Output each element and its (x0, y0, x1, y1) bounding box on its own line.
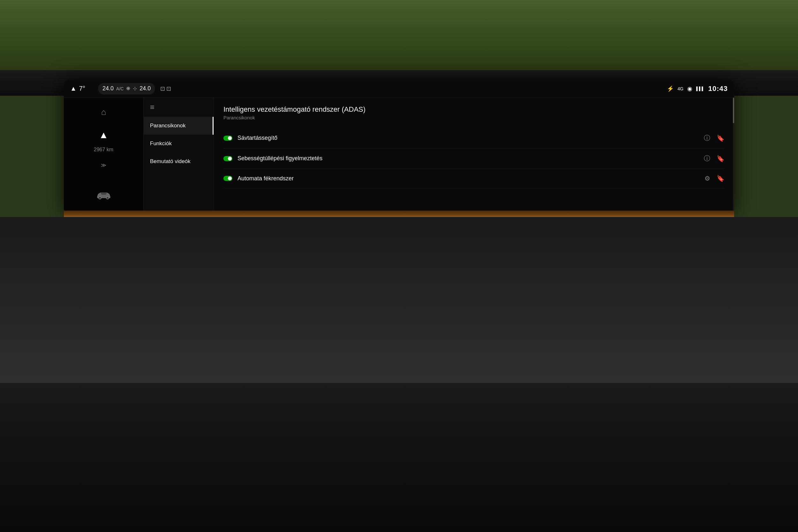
navigation-panel: ⌂ ▲ 2967 km ≫ (64, 98, 144, 214)
sidebar-item-demo-videos[interactable]: Bemutató videók (144, 153, 213, 170)
ac-label: A/C (116, 86, 124, 91)
nav-direction-triangle: ▲ (99, 130, 109, 140)
current-time: 10:43 (708, 84, 728, 93)
climate-temp-left: 24.0 (102, 85, 114, 92)
feature-row-lane-assist: Sávtartássegítő ⓘ 🔖 (224, 128, 725, 148)
sidebar-functions-label: Funkciók (150, 140, 172, 147)
infotainment-screen: ▲ 7° 24.0 A/C ❋ ⊹ 24.0 ⊡ ⊡ ⚡ 4G ◉ ▌▌▌ 10… (64, 80, 734, 214)
speed-warning-info-icon[interactable]: ⓘ (704, 154, 710, 163)
svg-point-0 (99, 196, 101, 199)
status-right-group: ⚡ 4G ◉ ▌▌▌ 10:43 (667, 84, 728, 93)
climate-left-box[interactable]: 24.0 A/C ❋ ⊹ 24.0 (98, 83, 155, 94)
home-icon: ⌂ (101, 107, 106, 117)
speed-warning-label: Sebességtúllépési figyelmeztetés (238, 155, 704, 162)
fan-icon: ❋ (126, 86, 130, 92)
seat-heat-right-icon: ⊡ (166, 85, 171, 92)
hamburger-menu-icon[interactable]: ≡ (144, 98, 213, 117)
signal-strength-icon: ▌▌▌ (696, 87, 704, 91)
auto-brake-settings-icon[interactable]: ⚙ (704, 175, 710, 182)
content-subtitle: Parancsikonok (224, 115, 725, 120)
wind-mode-icon: ⊹ (133, 86, 137, 92)
lane-assist-bookmark-icon[interactable]: 🔖 (717, 134, 725, 142)
lane-assist-toggle[interactable] (224, 136, 232, 141)
background-top (0, 0, 798, 70)
scrollbar-thumb[interactable] (733, 98, 734, 123)
bluetooth-icon: ⚡ (667, 85, 674, 92)
speed-warning-toggle[interactable] (224, 156, 232, 161)
sidebar-shortcuts-label: Parancsikonok (150, 122, 186, 129)
lower-dashboard (0, 383, 798, 532)
lane-assist-label: Sávtartássegítő (238, 135, 704, 141)
lane-assist-info-icon[interactable]: ⓘ (704, 134, 710, 142)
auto-brake-toggle[interactable] (224, 176, 232, 181)
navigation-distance: 2967 km (94, 147, 113, 153)
seat-heat-left-icon: ⊡ (160, 85, 165, 92)
seat-heat-group: ⊡ ⊡ (160, 85, 171, 92)
sidebar-item-shortcuts[interactable]: Parancsikonok (144, 117, 213, 135)
feature-row-speed-warning: Sebességtúllépési figyelmeztetés ⓘ 🔖 (224, 148, 725, 169)
speed-warning-bookmark-icon[interactable]: 🔖 (717, 155, 725, 163)
auto-brake-bookmark-icon[interactable]: 🔖 (717, 175, 725, 182)
climate-temp-right: 24.0 (139, 85, 151, 92)
sidebar-demo-videos-label: Bemutató videók (150, 158, 191, 165)
main-content-area: Intelligens vezetéstámogató rendszer (AD… (214, 98, 734, 214)
auto-brake-label: Automata fékrendszer (238, 175, 704, 182)
status-bar: ▲ 7° 24.0 A/C ❋ ⊹ 24.0 ⊡ ⊡ ⚡ 4G ◉ ▌▌▌ 10… (64, 80, 734, 98)
car-silhouette-icon (96, 190, 112, 201)
sidebar-item-functions[interactable]: Funkciók (144, 135, 213, 153)
nav-triangle-icon: ▲ (70, 85, 77, 92)
speed-warning-icon: ≫ (101, 162, 106, 168)
status-left-group: ▲ 7° (70, 85, 85, 92)
gps-icon: ◉ (687, 85, 692, 92)
feature-row-auto-brake: Automata fékrendszer ⚙ 🔖 (224, 169, 725, 188)
svg-point-1 (106, 196, 109, 199)
sidebar-navigation: ≡ Parancsikonok Funkciók Bemutató videók (144, 98, 214, 214)
network-icon: 4G (678, 86, 684, 91)
outside-temperature: 7° (79, 85, 85, 92)
scrollbar-track (733, 98, 734, 214)
content-title: Intelligens vezetéstámogató rendszer (AD… (224, 105, 725, 114)
climate-control-group[interactable]: 24.0 A/C ❋ ⊹ 24.0 ⊡ ⊡ (98, 83, 171, 94)
home-button[interactable]: ⌂ (96, 104, 112, 120)
